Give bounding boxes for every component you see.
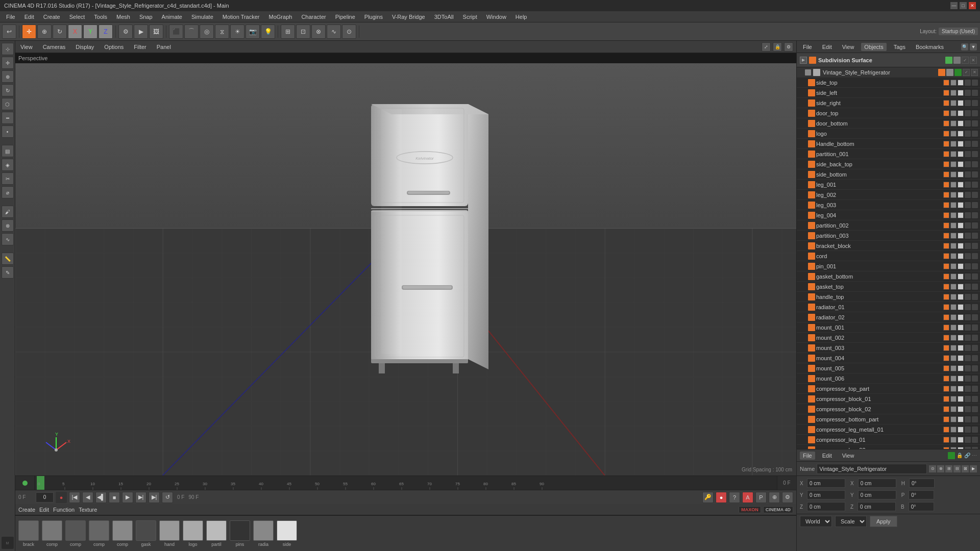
obj-status-dot[interactable] <box>950 345 957 351</box>
render-settings[interactable]: ⚙ <box>118 24 133 39</box>
obj-status-dot[interactable] <box>972 355 978 361</box>
obj-status-dot[interactable] <box>943 161 949 167</box>
obj-status-dot[interactable] <box>972 120 978 127</box>
obj-status-dot[interactable] <box>950 161 957 167</box>
object-list-item[interactable]: gasket_top <box>797 282 980 292</box>
name-field-input[interactable] <box>817 464 927 474</box>
ss-expand-icon[interactable]: ▶ <box>800 57 807 64</box>
grid-tool[interactable]: ⊞ <box>281 24 295 39</box>
obj-status-dot[interactable] <box>965 396 971 402</box>
object-list-item[interactable]: partition_002 <box>797 220 980 231</box>
obj-status-dot[interactable] <box>965 202 971 208</box>
object-list-item[interactable]: side_right <box>797 98 980 108</box>
stop-button[interactable]: ■ <box>109 492 120 503</box>
attr-lock-icon[interactable]: 🔒 <box>957 453 963 458</box>
obj-status-dot[interactable] <box>972 131 978 137</box>
tool-measure[interactable]: 📏 <box>2 253 14 265</box>
object-list-item[interactable]: partition_001 <box>797 149 980 159</box>
key-mode-button[interactable]: 🔑 <box>702 492 714 503</box>
obj-status-dot[interactable] <box>950 171 957 178</box>
select-y[interactable]: Y <box>83 24 97 39</box>
loop-button[interactable]: ↺ <box>162 492 173 503</box>
tool-bevel[interactable]: ◈ <box>2 159 14 171</box>
maximize-button[interactable]: □ <box>960 2 967 9</box>
obj-status-dot[interactable] <box>958 416 964 422</box>
obj-status-dot[interactable] <box>950 141 957 147</box>
obj-status-dot[interactable] <box>972 192 978 198</box>
obj-status-dot[interactable] <box>943 335 949 341</box>
root-expand-icon[interactable] <box>805 69 811 76</box>
obj-status-dot[interactable] <box>943 386 949 392</box>
ss-visible-dot[interactable] <box>945 57 952 64</box>
obj-status-dot[interactable] <box>950 324 957 331</box>
settings-button[interactable]: ⚙ <box>782 492 793 503</box>
goto-start-button[interactable]: |◀ <box>69 492 80 503</box>
spline-tool[interactable]: ⌒ <box>184 24 199 39</box>
vp-filter-menu[interactable]: Filter <box>132 43 148 51</box>
obj-status-dot[interactable] <box>943 253 949 259</box>
obj-status-dot[interactable] <box>943 100 949 106</box>
object-list-item[interactable]: pin_001 <box>797 261 980 271</box>
obj-status-dot[interactable] <box>958 161 964 167</box>
obj-status-dot[interactable] <box>972 365 978 371</box>
ss-x-icon[interactable]: ✕ <box>970 57 977 64</box>
tool-polygon[interactable]: ⬡ <box>2 98 14 110</box>
obj-status-dot[interactable] <box>943 416 949 422</box>
object-list-item[interactable]: door_bottom <box>797 118 980 129</box>
obj-status-dot[interactable] <box>958 100 964 106</box>
obj-status-dot[interactable] <box>950 406 957 412</box>
obj-status-dot[interactable] <box>972 243 978 249</box>
obj-status-dot[interactable] <box>972 182 978 188</box>
obj-status-dot[interactable] <box>943 263 949 269</box>
obj-status-dot[interactable] <box>943 304 949 310</box>
obj-status-dot[interactable] <box>965 253 971 259</box>
record-button[interactable]: ● <box>56 492 67 503</box>
attr-link-icon[interactable]: 🔗 <box>964 453 970 458</box>
obj-status-dot[interactable] <box>950 222 957 229</box>
obj-status-dot[interactable] <box>958 314 964 320</box>
autokey-button[interactable]: A <box>742 492 753 503</box>
obj-status-dot[interactable] <box>958 182 964 188</box>
next-frame-button[interactable]: ▶| <box>135 492 146 503</box>
obj-status-dot[interactable] <box>958 263 964 269</box>
tool-rotate[interactable]: ↻ <box>2 84 14 96</box>
obj-status-dot[interactable] <box>972 263 978 269</box>
obj-status-dot[interactable] <box>950 253 957 259</box>
obj-status-dot[interactable] <box>958 324 964 331</box>
obj-status-dot[interactable] <box>950 294 957 300</box>
obj-status-dot[interactable] <box>950 437 957 443</box>
obj-status-dot[interactable] <box>972 345 978 351</box>
root-tag-dot[interactable] <box>954 69 962 76</box>
obj-status-dot[interactable] <box>943 375 949 382</box>
object-list-item[interactable]: mount_002 <box>797 333 980 343</box>
vp-expand-icon[interactable]: ⤢ <box>762 42 771 52</box>
z-size-input[interactable] <box>857 502 896 511</box>
obj-status-dot[interactable] <box>943 243 949 249</box>
vp-cameras-menu[interactable]: Cameras <box>41 43 68 51</box>
obj-status-dot[interactable] <box>950 396 957 402</box>
menu-animate[interactable]: Animate <box>158 13 186 21</box>
obj-status-dot[interactable] <box>965 314 971 320</box>
tool-sculpt[interactable]: ⊗ <box>2 219 14 232</box>
tool-knife[interactable]: ✂ <box>2 172 14 185</box>
object-list-item[interactable]: handle_top <box>797 292 980 302</box>
obj-status-dot[interactable] <box>943 284 949 290</box>
obj-status-dot[interactable] <box>965 100 971 106</box>
minimize-button[interactable]: — <box>950 2 958 9</box>
obj-status-dot[interactable] <box>950 233 957 239</box>
obj-status-dot[interactable] <box>965 437 971 443</box>
obj-status-dot[interactable] <box>950 386 957 392</box>
obj-status-dot[interactable] <box>943 314 949 320</box>
attr-more-icons[interactable]: ⋯ <box>972 453 977 458</box>
obj-status-dot[interactable] <box>943 324 949 331</box>
mat-function-menu[interactable]: Function <box>53 507 75 513</box>
close-button[interactable]: ✕ <box>969 2 976 9</box>
name-action-6[interactable]: ▶ <box>970 465 977 472</box>
y-size-input[interactable] <box>858 490 896 499</box>
camera-tool[interactable]: 📷 <box>246 24 260 39</box>
menu-pipeline[interactable]: Pipeline <box>331 13 359 21</box>
light-tool[interactable]: 💡 <box>261 24 275 39</box>
obj-status-dot[interactable] <box>972 375 978 382</box>
obj-status-dot[interactable] <box>965 171 971 178</box>
menu-simulate[interactable]: Simulate <box>187 13 217 21</box>
